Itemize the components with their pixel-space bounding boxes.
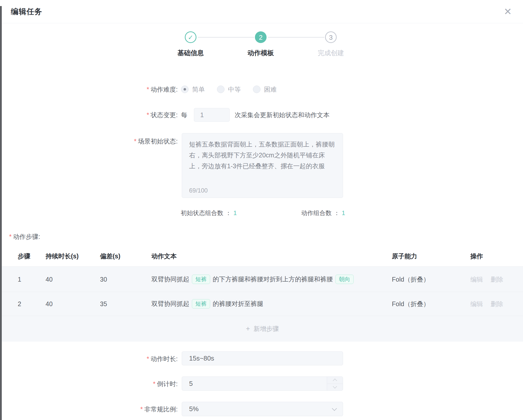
initial-combo-value: 1	[233, 209, 237, 216]
state-change-suffix: 次采集会更新初始状态和动作文本	[235, 111, 330, 119]
state-change-input[interactable]	[194, 108, 230, 122]
cell-action-text: 双臂协同抓起 短裤 的裤腰对折至裤腿	[151, 299, 263, 308]
step-3-indicator: 3	[325, 31, 337, 43]
radio-label: 简单	[192, 85, 205, 94]
col-header-step: 步骤	[18, 252, 30, 260]
dialog-header: 编辑任务 ✕	[2, 0, 523, 23]
page-backdrop-edge	[0, 6, 2, 420]
cell-ability: Fold（折叠）	[392, 300, 430, 308]
spinner-up-button[interactable]	[327, 377, 343, 384]
countdown-field	[182, 376, 343, 391]
initial-state-textarea-wrap: 短裤五条数据背面朝上，五条数据正面朝上，裤腰朝右，离头部视野下方至少20cm之外…	[182, 133, 343, 198]
object-tag: 短裤	[192, 299, 210, 308]
delete-link[interactable]: 删除	[491, 300, 503, 308]
edit-link[interactable]: 编辑	[470, 275, 483, 283]
action-combo-count: 动作组合数：1	[301, 209, 345, 217]
stepper-connector	[268, 37, 324, 38]
initial-combo-count: 初始状态组合数：1	[181, 209, 237, 217]
state-change-row: 每 次采集会更新初始状态和动作文本	[181, 108, 330, 122]
chevron-down-icon	[333, 384, 337, 388]
state-change-label: *状态变更:	[94, 111, 178, 119]
required-mark: *	[153, 380, 155, 387]
required-mark: *	[147, 86, 149, 93]
chevron-up-icon	[333, 379, 337, 383]
char-counter: 69/100	[189, 187, 208, 194]
action-duration-field	[182, 351, 343, 365]
radio-label: 中等	[228, 85, 241, 94]
col-header-duration: 持续时长(s)	[46, 252, 79, 260]
radio-option-medium[interactable]: 中等	[217, 85, 241, 94]
radio-label: 困难	[264, 85, 277, 94]
radio-unchecked-icon	[217, 86, 225, 93]
add-step-label: 新增步骤	[254, 325, 279, 333]
spinner-down-button[interactable]	[327, 384, 343, 391]
object-tag: 短裤	[192, 275, 210, 284]
col-header-action-text: 动作文本	[151, 252, 177, 260]
col-header-deviation: 偏差(s)	[100, 252, 120, 260]
unusual-ratio-label: *非常规比例:	[94, 405, 178, 413]
initial-state-label: *场景初始状态:	[94, 137, 178, 145]
step-3-label: 完成创建	[300, 49, 361, 57]
radio-option-hard[interactable]: 困难	[253, 85, 277, 94]
cell-step: 2	[18, 300, 21, 308]
orientation-tag: 朝向	[335, 275, 354, 284]
stepper-connector	[198, 37, 254, 38]
add-step-button[interactable]: + 新增步骤	[2, 316, 523, 341]
cell-actions: 编辑 删除	[470, 275, 511, 283]
required-mark: *	[147, 111, 149, 118]
difficulty-radio-group: 简单 中等 困难	[181, 83, 289, 95]
close-icon[interactable]: ✕	[501, 5, 514, 18]
required-mark: *	[147, 355, 149, 362]
state-change-prefix: 每	[181, 111, 187, 119]
delete-link[interactable]: 删除	[491, 275, 503, 283]
step-2-indicator: 2	[255, 31, 267, 43]
countdown-input[interactable]	[182, 377, 343, 390]
cell-deviation: 30	[100, 276, 107, 283]
cell-deviation: 35	[100, 300, 107, 308]
required-mark: *	[9, 233, 12, 240]
step-2-label: 动作模板	[230, 49, 291, 57]
cell-action-text: 双臂协同抓起 短裤 的下方裤腿和裤腰对折到上方的裤腿和裤腰 朝向	[151, 275, 356, 284]
countdown-label: *倒计时:	[94, 380, 178, 388]
edit-link[interactable]: 编辑	[470, 300, 483, 308]
initial-state-textarea[interactable]: 短裤五条数据背面朝上，五条数据正面朝上，裤腰朝右，离头部视野下方至少20cm之外…	[182, 133, 343, 181]
cell-ability: Fold（折叠）	[392, 275, 430, 283]
step-1-label: 基础信息	[160, 49, 221, 57]
action-duration-label: *动作时长:	[94, 355, 178, 363]
unusual-ratio-value	[182, 402, 343, 416]
action-steps-section-label: *动作步骤:	[9, 233, 40, 241]
radio-option-easy[interactable]: 简单	[181, 85, 205, 94]
action-combo-value: 1	[342, 209, 345, 216]
cell-step: 1	[18, 276, 21, 283]
number-spinner	[327, 377, 343, 390]
step-1-check-icon: ✓	[185, 31, 196, 43]
dialog-title: 编辑任务	[11, 7, 42, 17]
difficulty-label: *动作难度:	[94, 86, 178, 93]
col-header-ability: 原子能力	[392, 252, 417, 260]
cell-duration: 40	[46, 276, 53, 283]
required-mark: *	[140, 406, 143, 413]
cell-actions: 编辑 删除	[470, 300, 511, 308]
action-duration-input[interactable]	[182, 352, 343, 365]
radio-unchecked-icon	[253, 86, 260, 93]
required-mark: *	[134, 138, 136, 145]
plus-icon: +	[246, 325, 250, 333]
table-row: 2 40 35 双臂协同抓起 短裤 的裤腰对折至裤腿 Fold（折叠） 编辑 删…	[2, 292, 523, 316]
action-steps-table: 1 40 30 双臂协同抓起 短裤 的下方裤腿和裤腰对折到上方的裤腿和裤腰 朝向…	[2, 267, 523, 342]
unusual-ratio-select[interactable]	[182, 402, 343, 416]
table-row: 1 40 30 双臂协同抓起 短裤 的下方裤腿和裤腰对折到上方的裤腿和裤腰 朝向…	[2, 267, 523, 292]
col-header-actions: 操作	[470, 252, 483, 260]
cell-duration: 40	[46, 300, 53, 308]
radio-checked-icon	[181, 86, 189, 93]
